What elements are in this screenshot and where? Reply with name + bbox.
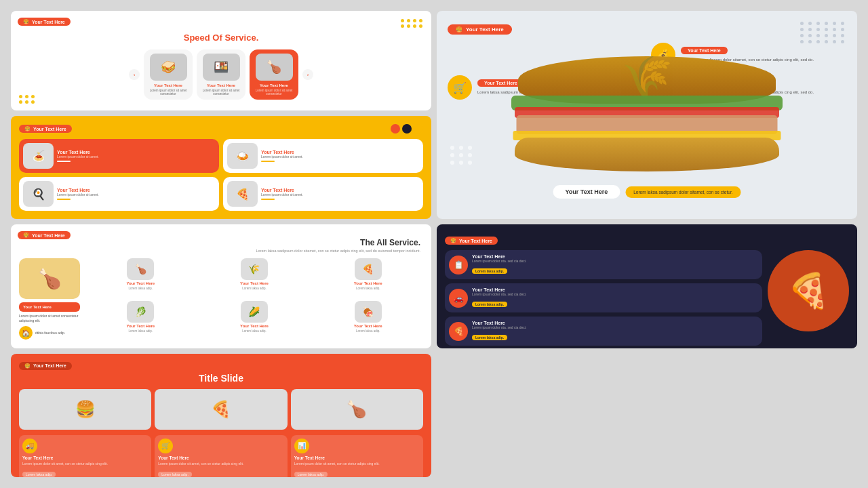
card-line-3 [57,199,71,200]
s4-text-1: Lorem ipsum dolor ota. sed cia deci. [472,259,526,263]
food-sub-4: Lorem laksa adip. [129,329,153,333]
slide3-header: The All Service. Lorem laksa sadipsum do… [19,238,423,253]
slide3-badge: 🍔 Your Text Here [18,231,71,239]
s4-title-2: Your Text Here [472,287,526,292]
menu-card-4: 🍕 Your Text Here Lorem ipsum dolor sit a… [223,177,423,211]
slide-large: 🍔 Your Text Here 💰 Your Text Here Lorem … [437,11,857,219]
slide5-header: 🍔 Your Text Here [19,362,423,373]
food-item-3: 🍕 Your Text Here Lorem laksa adip. [313,258,423,298]
card-title-1: Your Text Here [154,83,182,87]
circle-red [391,124,400,134]
photos-row: 🍔 🍕 🍗 [19,389,423,430]
menu-img-1: 🍝 [23,143,54,169]
menu-card-1-red: 🍝 Your Text Here Lorem ipsum dolor sit a… [19,139,219,173]
card-text-3: Lorem ipsum dolor sit amet consectetur [254,89,294,96]
food-img-3: 🍕 [355,258,382,280]
s4-badge-1: Lorem laksa adip. [472,268,507,274]
menu-img-4: 🍕 [227,181,258,207]
menu-grid: 🍝 Your Text Here Lorem ipsum dolor sit a… [19,139,423,211]
food-img-1: 🍗 [127,258,154,280]
slide1-cards-row: ‹ 🥪 Your Text Here Lorem ipsum dolor sit… [22,49,420,100]
info-text-1: Lorem laksa sadipsum dolor sitamet, con … [681,57,814,63]
dots-pattern-tr [800,22,846,43]
menu-img-3: 🍳 [23,181,54,207]
slide3-subtitle: Lorem laksa sadipsum dolor sitamet, con … [256,249,420,253]
food-title-3: Your Text Here [354,281,382,285]
photo-2: 🍕 [155,389,287,430]
food-title-1: Your Text Here [126,281,155,285]
s4-badge-2: Lorem laksa adip. [472,302,507,307]
food-img-4: 🥬 [127,301,154,323]
services-row: 🚚 Your Text Here Lorem ipsum dolor sit a… [19,435,423,478]
food-title-5: Your Text Here [240,324,269,328]
slide-1: 🍔 Your Text Here Speed Of Service. ‹ 🥪 Y… [11,11,431,110]
slide3-badge-icon: 🍔 [23,232,29,238]
next-button[interactable]: › [302,69,313,80]
hero-img: 🍗 [19,258,80,299]
menu-img-2: 🍛 [227,143,258,169]
svc-badge-1: Lorem laksa adip. [22,472,56,477]
menu-card-2: 🍛 Your Text Here Lorem ipsum dolor sit a… [223,139,423,173]
slide3-title: The All Service. [256,238,420,247]
s4-icon-3: 🍕 [449,322,468,341]
svc-text-2: Lorem ipsum dolor sit amet, con se ctetu… [158,462,283,466]
dots-pattern-bl [450,146,473,165]
prev-button[interactable]: ‹ [129,69,140,80]
circle-dark [402,124,412,134]
svc-title-1: Your Text Here [22,455,148,460]
food-sub-6: Lorem laksa adip. [356,329,380,333]
service-card-2: 🛒 Your Text Here Lorem ipsum dolor sit a… [155,435,287,478]
info-item-2: 🛒 Your Text Here Lorem laksa sadipsum do… [448,75,643,100]
svc-title-2: Your Text Here [158,455,283,460]
circle-yellow [414,124,423,134]
sandwich-desc: Lorem laksa sadipsum dolor sitamet, con … [625,186,741,198]
info-item-3: 🌐 Your Text Here Lorem laksa sadipsum do… [651,75,846,100]
large-badge: 🍔 Your Text Here [448,24,512,35]
money-icon: 💰 [651,43,675,67]
menu-title-4: Your Text Here [261,188,303,192]
food-title-4: Your Text Here [126,324,155,328]
slide-5: 🍔 Your Text Here Title Slide 🍔 🍕 🍗 🚚 You… [11,354,431,478]
svc-icon-3: 📊 [294,439,309,453]
info-text-2: Lorem laksa sadipsum dolor sitamet, con … [477,89,610,96]
slide4-content: 📋 Your Text Here Lorem ipsum dolor ota. … [445,250,849,348]
food-img-5: 🌽 [241,301,268,323]
card-line-2 [261,161,275,162]
s4-icon-2: 🚗 [449,289,468,308]
service-card-3: 📊 Your Text Here Lorem ipsum dolor sit a… [291,435,423,478]
slide4-cards: 📋 Your Text Here Lorem ipsum dolor ota. … [445,250,762,348]
menu-title-2: Your Text Here [261,150,303,155]
sandwich-text-badge: Your Text Here [553,185,620,199]
card-img-1: 🥪 [150,54,187,81]
card-text-2: Lorem ipsum dolor sit amet consectetur [201,89,241,96]
slide2-top-row: 🍔 Your Text Here [19,124,423,134]
menu-text-1: Lorem ipsum dolor sit amet. [57,155,99,159]
info-item-1: 💰 Your Text Here Lorem laksa sadipsum do… [651,43,846,67]
s4-text-2: Lorem ipsum dolor ota. sed cia deci. [472,292,526,296]
food-sub-5: Lorem laksa adip. [242,329,267,333]
photo-3: 🍗 [291,389,423,430]
globe-icon: 🌐 [651,75,675,100]
slide5-title: Title Slide [19,373,423,384]
menu-title-1: Your Text Here [57,150,99,155]
red-badge: Your Text Here [19,302,80,312]
service-card-1: 🚚 Your Text Here Lorem ipsum dolor sit a… [19,435,151,478]
info-title-1: Your Text Here [681,47,728,54]
svc-title-3: Your Text Here [294,455,420,460]
card-img-3: 🍗 [256,54,293,81]
bottom-dots [19,95,35,104]
info-text-3: Lorem laksa sadipsum dolor sitamet, con … [681,89,814,96]
slide5-badge: 🍔 Your Text Here [19,362,72,370]
food-sub-3: Lorem laksa adip. [356,287,380,290]
large-badge-icon: 🍔 [456,26,462,33]
icon-text: dtibia faucibus adip. [35,331,65,335]
food-item-2: 🌾 Your Text Here Lorem laksa adip. [199,258,310,298]
small-text: Lorem ipsum dolor sit amet consectetur a… [19,314,80,323]
slide-4: 🍔 Your Text Here 📋 Your Text Here Lorem … [437,224,857,348]
food-title-6: Your Text Here [354,324,382,328]
food-item-4: 🥬 Your Text Here Lorem laksa adip. [85,301,196,340]
menu-text-4: Lorem ipsum dolor sit amet. [261,192,303,197]
card-1: 🥪 Your Text Here Lorem ipsum dolor sit a… [144,49,193,100]
card-line-4 [261,199,275,200]
food-item-5: 🌽 Your Text Here Lorem laksa adip. [199,301,310,340]
